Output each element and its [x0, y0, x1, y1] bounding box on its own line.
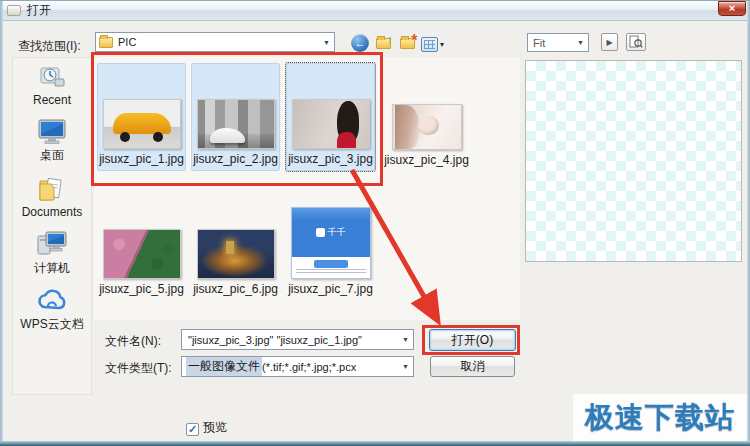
open-button[interactable]: 打开(O): [429, 329, 516, 351]
chevron-down-icon[interactable]: ▼: [398, 330, 413, 349]
preview-checkbox-label: 预览: [203, 420, 227, 434]
fit-value: Fit: [533, 37, 545, 49]
up-one-level-button[interactable]: ↑: [374, 34, 392, 52]
file-name: jisuxz_pic_2.jpg: [193, 152, 278, 166]
filename-combobox[interactable]: "jisuxz_pic_3.jpg" "jisuxz_pic_1.jpg" ▼: [181, 329, 414, 350]
chevron-down-icon[interactable]: ▼: [398, 357, 413, 376]
installer-logo-text: 千千: [328, 226, 346, 239]
sidebar-item-label: WPS云文档: [13, 316, 91, 333]
open-dialog-window: 打开 × 查找范围(I): PIC ▼ ← ↑ * ▾ Fit ▼ ▶: [0, 0, 750, 446]
folder-icon: [99, 37, 113, 48]
computer-icon: [13, 230, 91, 258]
sidebar-item-wps-cloud[interactable]: WPS云文档: [13, 288, 91, 333]
installer-button: [314, 260, 348, 268]
file-item-5[interactable]: jisuxz_pic_5.jpg: [97, 195, 186, 300]
filetype-combobox[interactable]: 一般图像文件 (*.tif;*.gif;*.jpg;*.pcx ▼: [181, 356, 414, 377]
filetype-value-rest: (*.tif;*.gif;*.jpg;*.pcx: [262, 361, 356, 373]
chevron-down-icon[interactable]: ▼: [319, 33, 334, 51]
look-in-combobox[interactable]: PIC ▼: [95, 32, 335, 52]
desktop-icon: [13, 118, 91, 145]
chevron-down-icon[interactable]: ▼: [573, 34, 588, 51]
file-thumbnail-night-town: [197, 229, 275, 279]
file-list: jisuxz_pic_1.jpg jisuxz_pic_2.jpg jisuxz…: [94, 57, 520, 320]
filetype-label: 文件类型(T):: [105, 360, 172, 377]
documents-icon: [13, 175, 91, 203]
file-name: jisuxz_pic_3.jpg: [288, 152, 373, 166]
file-item-6[interactable]: jisuxz_pic_6.jpg: [191, 195, 280, 300]
checkbox-check-icon[interactable]: ✓: [186, 423, 199, 436]
app-icon: [7, 5, 21, 16]
view-menu-arrow-icon[interactable]: ▾: [440, 40, 444, 49]
new-folder-button[interactable]: *: [398, 34, 416, 52]
places-sidebar: Recent 桌面: [12, 57, 92, 395]
watermark-badge: 极速下载站: [573, 394, 747, 441]
file-name: jisuxz_pic_6.jpg: [193, 282, 278, 296]
titlebar[interactable]: 打开: [1, 1, 749, 21]
magnifier-doc-icon: [629, 35, 643, 49]
preview-checkbox[interactable]: ✓预览: [186, 417, 227, 436]
filetype-value-highlight: 一般图像文件: [186, 357, 262, 376]
new-folder-icon: *: [400, 38, 415, 49]
recent-icon: [13, 63, 91, 91]
up-folder-icon: ↑: [376, 38, 391, 49]
file-thumbnail-pale-portrait: [392, 104, 462, 150]
sidebar-item-label: 计算机: [13, 260, 91, 277]
file-item-3[interactable]: jisuxz_pic_3.jpg: [286, 63, 375, 171]
view-menu-button[interactable]: [420, 35, 438, 53]
view-menu-icon: [421, 37, 438, 52]
sidebar-item-computer[interactable]: 计算机: [13, 230, 91, 277]
file-thumbnail-showroom-car: [197, 99, 275, 149]
file-item-2[interactable]: jisuxz_pic_2.jpg: [191, 63, 280, 171]
sidebar-item-recent[interactable]: Recent: [13, 63, 91, 107]
sidebar-item-desktop[interactable]: 桌面: [13, 118, 91, 164]
look-in-label: 查找范围(I):: [18, 38, 81, 55]
file-thumbnail-installer-screenshot: 千千: [291, 207, 371, 279]
window-title: 打开: [27, 2, 51, 19]
file-thumbnail-yellow-suv: [103, 99, 181, 149]
play-preview-button[interactable]: ▶: [601, 33, 618, 51]
close-button[interactable]: ×: [718, 1, 746, 16]
file-name: jisuxz_pic_7.jpg: [288, 282, 373, 296]
watermark-text: 极速下载站: [585, 398, 735, 438]
filename-label: 文件名(N):: [105, 333, 161, 350]
file-name: jisuxz_pic_5.jpg: [99, 282, 184, 296]
file-item-4[interactable]: jisuxz_pic_4.jpg: [382, 63, 471, 171]
window-border-left: [0, 1, 3, 446]
preview-pane: [525, 60, 742, 262]
installer-logo-icon: [316, 228, 325, 237]
back-button[interactable]: ←: [351, 34, 369, 52]
sidebar-item-label: 桌面: [13, 147, 91, 164]
file-thumbnail-forest-aerial: [103, 229, 181, 279]
file-thumbnail-woman-red-dress: [292, 99, 370, 149]
sidebar-item-documents[interactable]: Documents: [13, 175, 91, 219]
file-name: jisuxz_pic_1.jpg: [99, 152, 184, 166]
sidebar-item-label: Recent: [13, 93, 91, 107]
filename-value: "jisuxz_pic_3.jpg" "jisuxz_pic_1.jpg": [188, 334, 362, 346]
look-in-value: PIC: [118, 36, 136, 48]
window-border-bottom: [0, 441, 750, 446]
fit-combobox[interactable]: Fit ▼: [527, 33, 589, 52]
wps-cloud-icon: [13, 288, 91, 314]
installer-footer-text: [296, 269, 366, 275]
zoom-preview-button[interactable]: [626, 33, 646, 51]
sidebar-item-label: Documents: [13, 205, 91, 219]
file-item-7[interactable]: 千千 jisuxz_pic_7.jpg: [286, 175, 375, 300]
file-item-1[interactable]: jisuxz_pic_1.jpg: [97, 63, 186, 171]
cancel-button[interactable]: 取消: [430, 356, 515, 377]
file-name: jisuxz_pic_4.jpg: [384, 153, 469, 167]
